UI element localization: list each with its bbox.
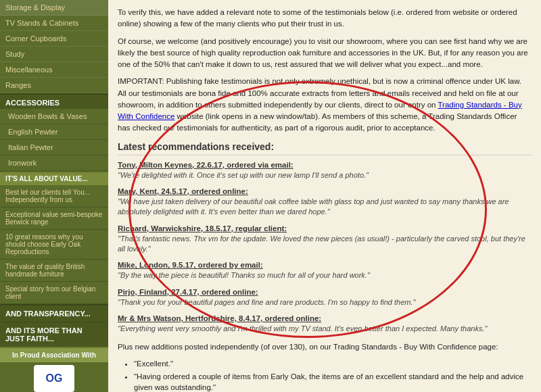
sidebar-item-special-story[interactable]: Special story from our Belgian client (0, 282, 108, 304)
sidebar-item-ironwork[interactable]: Ironwork (0, 155, 108, 171)
in-proud-assoc-label: In Proud Association With (0, 347, 108, 362)
testimonial-6-author: Mr & Mrs Watson, Hertfordshire, 8.4.17, … (118, 314, 532, 322)
testimonial-3-author: Richard, Warwickshire, 18.5.17, regular … (118, 224, 532, 232)
testimonial-5-text: "Thank you for your beautiful pages and … (118, 297, 532, 308)
sidebar-item-miscellaneous[interactable]: Miscellaneous (0, 62, 108, 78)
sidebar-item-tv-stands[interactable]: TV Stands & Cabinets (0, 16, 108, 31)
testimonial-4-text: "By the way the piece is beautiful! Than… (118, 270, 532, 280)
accessories-section-title: ACCESSORIES (0, 93, 108, 109)
testimonial-2-text: "We have just taken delivery of our beau… (118, 197, 532, 218)
testimonial-1-text: "We're delighted with it. Once it's set … (118, 170, 532, 180)
sidebar-item-corner-cupboards[interactable]: Corner Cupboards (0, 31, 108, 47)
sidebar-item-value-quality[interactable]: The value of quality British handmade fu… (0, 260, 108, 282)
plus-new-text: Plus new additions posted independently … (118, 341, 532, 353)
testimonial-5: Pirjo, Finland, 27.4.17, ordered online:… (118, 288, 532, 308)
testimonial-3-text: "That's fantastic news. Thx vm for the u… (118, 234, 532, 255)
sidebar-item-wooden-bowls[interactable]: Wooden Bowls & Vases (0, 109, 108, 124)
important-paragraph: IMPORTANT: Publishing fake testimonials … (118, 76, 532, 134)
sidebar-item-10-reasons[interactable]: 10 great reasons why you should choose E… (0, 230, 108, 260)
sidebar-item-storage[interactable]: Storage & Display (0, 0, 108, 16)
testimonial-1: Tony, Milton Keynes, 22.6.17, ordered vi… (118, 161, 532, 180)
and-transparency-label: AND TRANSPARENCY... (0, 304, 108, 322)
testimonial-5-author: Pirjo, Finland, 27.4.17, ordered online: (118, 288, 532, 296)
testimonial-3: Richard, Warwickshire, 18.5.17, regular … (118, 224, 532, 255)
sidebar-item-ranges[interactable]: Ranges (0, 78, 108, 93)
testimonial-4-author: Mike, London, 9.5.17, ordered by email: (118, 261, 532, 269)
testimonial-2: Mary, Kent, 24.5.17, ordered online: "We… (118, 187, 532, 218)
and-its-more-label: AND ITS MORE THAN JUST FAITH... (0, 322, 108, 347)
sidebar-item-english-pewter[interactable]: English Pewter (0, 124, 108, 140)
testimonial-2-author: Mary, Kent, 24.5.17, ordered online: (118, 187, 532, 195)
bullet-list: "Excellent." "Having ordered a couple of… (134, 358, 532, 392)
main-content: To verify this, we have added a relevant… (108, 0, 541, 392)
testimonial-6: Mr & Mrs Watson, Hertfordshire, 8.4.17, … (118, 314, 532, 334)
sidebar-item-best-clients[interactable]: Best let our clients tell You... Indepen… (0, 185, 108, 207)
latest-rec-title: Latest recommendations received: (118, 141, 532, 155)
bullet-item-1: "Excellent." (134, 358, 532, 369)
important-text-end: website (link opens in a new window/tab)… (118, 112, 517, 132)
its-all-about-title: IT'S ALL ABOUT VALUE... (0, 171, 108, 185)
intro-paragraph-1: To verify this, we have added a relevant… (118, 7, 532, 30)
sidebar-item-exceptional-value[interactable]: Exceptional value semi-bespoke Berwick r… (0, 207, 108, 230)
testimonial-4: Mike, London, 9.5.17, ordered by email: … (118, 261, 532, 280)
sidebar: Storage & Display TV Stands & Cabinets C… (0, 0, 108, 392)
sidebar-item-italian-pewter[interactable]: Italian Pewter (0, 140, 108, 155)
intro-paragraph-2: Of course, we welcome (and positively en… (118, 36, 532, 71)
bullet-item-2: "Having ordered a couple of items from E… (134, 371, 532, 392)
testimonial-1-author: Tony, Milton Keynes, 22.6.17, ordered vi… (118, 161, 532, 169)
logo-text: OG (46, 372, 63, 385)
sidebar-item-study[interactable]: Study (0, 47, 108, 62)
testimonial-6-text: "Everything went very smoothly and I'm t… (118, 324, 532, 334)
logo-box: OG (34, 365, 74, 392)
